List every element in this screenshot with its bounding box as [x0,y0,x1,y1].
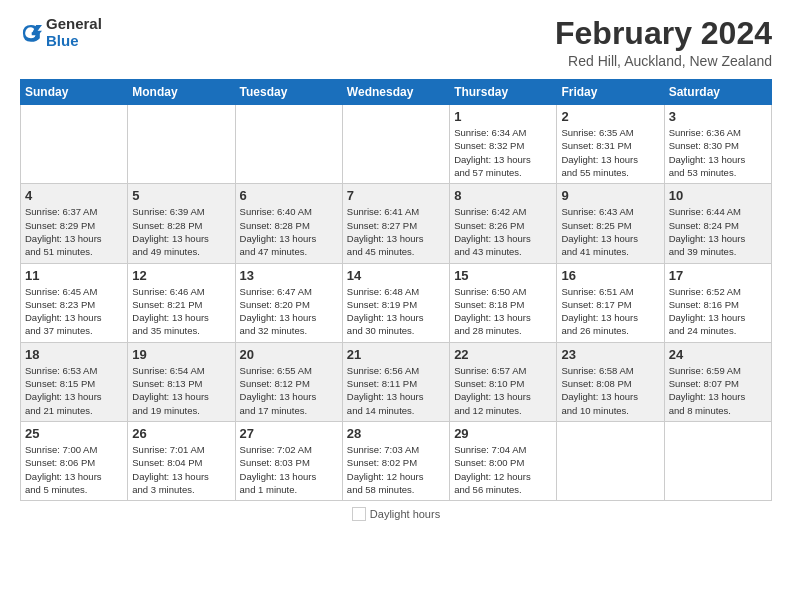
day-info: Sunrise: 6:44 AM Sunset: 8:24 PM Dayligh… [669,205,767,258]
day-info: Sunrise: 6:35 AM Sunset: 8:31 PM Dayligh… [561,126,659,179]
week-row-4: 18Sunrise: 6:53 AM Sunset: 8:15 PM Dayli… [21,342,772,421]
day-cell: 3Sunrise: 6:36 AM Sunset: 8:30 PM Daylig… [664,105,771,184]
day-cell: 9Sunrise: 6:43 AM Sunset: 8:25 PM Daylig… [557,184,664,263]
day-number: 3 [669,109,767,124]
logo-line1: General [46,16,102,33]
day-info: Sunrise: 7:03 AM Sunset: 8:02 PM Dayligh… [347,443,445,496]
day-header-sunday: Sunday [21,80,128,105]
day-info: Sunrise: 6:41 AM Sunset: 8:27 PM Dayligh… [347,205,445,258]
day-number: 25 [25,426,123,441]
day-info: Sunrise: 6:46 AM Sunset: 8:21 PM Dayligh… [132,285,230,338]
day-info: Sunrise: 6:58 AM Sunset: 8:08 PM Dayligh… [561,364,659,417]
day-cell [664,421,771,500]
day-cell: 5Sunrise: 6:39 AM Sunset: 8:28 PM Daylig… [128,184,235,263]
daylight-label: Daylight hours [370,508,440,520]
day-cell: 21Sunrise: 6:56 AM Sunset: 8:11 PM Dayli… [342,342,449,421]
header: General Blue February 2024 Red Hill, Auc… [20,16,772,69]
day-cell: 27Sunrise: 7:02 AM Sunset: 8:03 PM Dayli… [235,421,342,500]
day-cell: 11Sunrise: 6:45 AM Sunset: 8:23 PM Dayli… [21,263,128,342]
day-cell [21,105,128,184]
day-number: 28 [347,426,445,441]
day-number: 29 [454,426,552,441]
day-info: Sunrise: 7:00 AM Sunset: 8:06 PM Dayligh… [25,443,123,496]
logo-text: General Blue [46,16,102,49]
day-number: 26 [132,426,230,441]
day-cell: 16Sunrise: 6:51 AM Sunset: 8:17 PM Dayli… [557,263,664,342]
day-info: Sunrise: 6:37 AM Sunset: 8:29 PM Dayligh… [25,205,123,258]
day-cell: 19Sunrise: 6:54 AM Sunset: 8:13 PM Dayli… [128,342,235,421]
day-number: 12 [132,268,230,283]
day-info: Sunrise: 6:51 AM Sunset: 8:17 PM Dayligh… [561,285,659,338]
day-cell: 1Sunrise: 6:34 AM Sunset: 8:32 PM Daylig… [450,105,557,184]
day-info: Sunrise: 6:45 AM Sunset: 8:23 PM Dayligh… [25,285,123,338]
day-header-wednesday: Wednesday [342,80,449,105]
day-info: Sunrise: 7:04 AM Sunset: 8:00 PM Dayligh… [454,443,552,496]
day-cell: 15Sunrise: 6:50 AM Sunset: 8:18 PM Dayli… [450,263,557,342]
day-number: 11 [25,268,123,283]
day-number: 18 [25,347,123,362]
week-row-5: 25Sunrise: 7:00 AM Sunset: 8:06 PM Dayli… [21,421,772,500]
day-cell [128,105,235,184]
day-number: 13 [240,268,338,283]
day-cell: 2Sunrise: 6:35 AM Sunset: 8:31 PM Daylig… [557,105,664,184]
page: General Blue February 2024 Red Hill, Auc… [0,0,792,531]
day-number: 14 [347,268,445,283]
day-info: Sunrise: 6:56 AM Sunset: 8:11 PM Dayligh… [347,364,445,417]
calendar-header: SundayMondayTuesdayWednesdayThursdayFrid… [21,80,772,105]
day-cell: 22Sunrise: 6:57 AM Sunset: 8:10 PM Dayli… [450,342,557,421]
day-number: 27 [240,426,338,441]
logo: General Blue [20,16,102,49]
day-info: Sunrise: 6:43 AM Sunset: 8:25 PM Dayligh… [561,205,659,258]
day-cell: 23Sunrise: 6:58 AM Sunset: 8:08 PM Dayli… [557,342,664,421]
day-cell [235,105,342,184]
title-area: February 2024 Red Hill, Auckland, New Ze… [555,16,772,69]
day-header-tuesday: Tuesday [235,80,342,105]
legend-color-light [352,507,366,521]
day-number: 1 [454,109,552,124]
day-info: Sunrise: 6:47 AM Sunset: 8:20 PM Dayligh… [240,285,338,338]
calendar-body: 1Sunrise: 6:34 AM Sunset: 8:32 PM Daylig… [21,105,772,501]
day-info: Sunrise: 6:42 AM Sunset: 8:26 PM Dayligh… [454,205,552,258]
day-header-thursday: Thursday [450,80,557,105]
legend-box: Daylight hours [352,507,440,521]
day-number: 20 [240,347,338,362]
day-number: 19 [132,347,230,362]
day-number: 6 [240,188,338,203]
logo-icon [20,22,42,44]
day-number: 4 [25,188,123,203]
week-row-3: 11Sunrise: 6:45 AM Sunset: 8:23 PM Dayli… [21,263,772,342]
day-info: Sunrise: 6:55 AM Sunset: 8:12 PM Dayligh… [240,364,338,417]
day-number: 22 [454,347,552,362]
day-number: 21 [347,347,445,362]
month-title: February 2024 [555,16,772,51]
day-cell: 13Sunrise: 6:47 AM Sunset: 8:20 PM Dayli… [235,263,342,342]
day-cell: 18Sunrise: 6:53 AM Sunset: 8:15 PM Dayli… [21,342,128,421]
day-number: 9 [561,188,659,203]
day-cell: 14Sunrise: 6:48 AM Sunset: 8:19 PM Dayli… [342,263,449,342]
day-number: 16 [561,268,659,283]
day-number: 7 [347,188,445,203]
day-number: 5 [132,188,230,203]
day-info: Sunrise: 6:59 AM Sunset: 8:07 PM Dayligh… [669,364,767,417]
day-cell: 26Sunrise: 7:01 AM Sunset: 8:04 PM Dayli… [128,421,235,500]
logo-line2: Blue [46,33,102,50]
day-info: Sunrise: 6:34 AM Sunset: 8:32 PM Dayligh… [454,126,552,179]
day-number: 8 [454,188,552,203]
day-cell: 29Sunrise: 7:04 AM Sunset: 8:00 PM Dayli… [450,421,557,500]
day-cell: 7Sunrise: 6:41 AM Sunset: 8:27 PM Daylig… [342,184,449,263]
day-cell: 8Sunrise: 6:42 AM Sunset: 8:26 PM Daylig… [450,184,557,263]
day-number: 24 [669,347,767,362]
day-info: Sunrise: 6:52 AM Sunset: 8:16 PM Dayligh… [669,285,767,338]
week-row-2: 4Sunrise: 6:37 AM Sunset: 8:29 PM Daylig… [21,184,772,263]
day-cell: 6Sunrise: 6:40 AM Sunset: 8:28 PM Daylig… [235,184,342,263]
day-number: 15 [454,268,552,283]
day-cell: 20Sunrise: 6:55 AM Sunset: 8:12 PM Dayli… [235,342,342,421]
day-cell: 24Sunrise: 6:59 AM Sunset: 8:07 PM Dayli… [664,342,771,421]
location: Red Hill, Auckland, New Zealand [555,53,772,69]
day-cell: 25Sunrise: 7:00 AM Sunset: 8:06 PM Dayli… [21,421,128,500]
day-info: Sunrise: 6:57 AM Sunset: 8:10 PM Dayligh… [454,364,552,417]
header-row: SundayMondayTuesdayWednesdayThursdayFrid… [21,80,772,105]
day-header-monday: Monday [128,80,235,105]
day-cell [557,421,664,500]
calendar-table: SundayMondayTuesdayWednesdayThursdayFrid… [20,79,772,501]
